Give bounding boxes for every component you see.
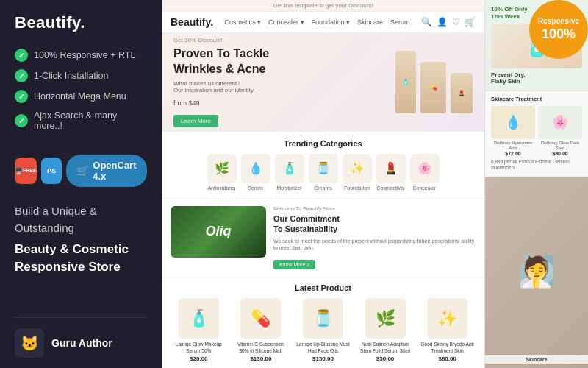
product-name-2: Vitamin C Suspension 30% in Silicone Mat… (233, 342, 290, 354)
hero-text: Get 30% Discount! Proven To TackleWrinkl… (173, 37, 395, 127)
right-skincare-label: Skincare (485, 355, 588, 364)
responsive-percent: 100% (542, 26, 576, 43)
nav-foundation[interactable]: Foundation ▾ (312, 18, 351, 26)
product-card-1[interactable]: 🧴 Lamige Glow Makeup Serum 50% $20.00 (171, 298, 227, 362)
right-product-name-1: Ordinary Hyaluronic Acid (491, 141, 535, 151)
user-icon[interactable]: 👤 (437, 17, 448, 27)
latest-title: Latest Product (171, 283, 476, 292)
products-row: 🧴 Lamige Glow Makeup Serum 50% $20.00 💊 … (171, 298, 476, 362)
product-price-1: $20.00 (190, 355, 207, 362)
check-icon-1: ✓ (15, 49, 28, 62)
product-card-3[interactable]: 🫙 Lamige Up-Blasting Must Had Face Oils … (295, 298, 351, 362)
product-img-2: 💊 (240, 298, 281, 339)
hero-products: 🧴 💊 💄 (395, 51, 473, 113)
category-label-1: Antioxidants (207, 185, 235, 191)
store-header: Beautify. Cosmetics ▾ Concealer ▾ Founda… (162, 12, 484, 33)
right-product-1[interactable]: 💧 Ordinary Hyaluronic Acid $72.00 (491, 106, 535, 156)
nav-skincare[interactable]: Skincare (357, 18, 383, 26)
product-price-4: $50.00 (376, 355, 394, 362)
product-img-3: 🫙 (303, 298, 343, 339)
nav-serum[interactable]: Serum (390, 18, 410, 26)
feature-item-1: ✓ 100% Responsive + RTL (15, 49, 147, 62)
product-price-5: $80.00 (438, 355, 456, 362)
store-type: Beauty & CosmeticResponsive Store (15, 241, 147, 276)
build-text: Build a Unique & Outstanding (15, 203, 147, 236)
cart-header-icon[interactable]: 🛒 (465, 17, 476, 27)
search-icon[interactable]: 🔍 (421, 17, 432, 27)
feature-item-2: ✓ 1-Click Installation (15, 69, 147, 82)
hero-cta-button[interactable]: Learn More (173, 115, 218, 127)
cart-icon: 🛒 (76, 165, 89, 177)
right-skincare-card: Skincare Treatment 💧 Ordinary Hyaluronic… (485, 91, 588, 177)
category-label-5: Foundation (344, 185, 370, 191)
right-product-2[interactable]: 🌸 Ordinary Glow Dark Spot $80.00 (538, 106, 582, 156)
trending-title: Trending Categories (171, 139, 476, 148)
category-thumb-7: 🌸 (410, 154, 440, 183)
sidebar-title: Beautify. (15, 13, 147, 32)
category-serum[interactable]: 💧 Serum (241, 154, 270, 191)
right-promo-sub: Prevent Dry,Flaky Skin (491, 71, 582, 85)
latest-section: Latest Product 🧴 Lamige Glow Makeup Seru… (162, 277, 484, 368)
main-content: Responsive 100% Get this template to get… (162, 0, 588, 368)
nav-cosmetics[interactable]: Cosmetics ▾ (224, 18, 261, 26)
feature-label-3: Horizontal Mega Menu (34, 91, 126, 102)
sustainability-button[interactable]: Know More > (273, 260, 315, 269)
category-foundation[interactable]: ✨ Foundation (343, 154, 372, 191)
category-thumb-1: 🌿 (207, 154, 237, 183)
sustainability-desc: We seek to meet the needs of the present… (273, 238, 476, 252)
category-cosmectival[interactable]: 💄 Cosmectival (376, 154, 406, 191)
trending-section: Trending Categories 🌿 Antioxidants 💧 Ser… (162, 131, 484, 198)
promo-bar: Get this template to get your Discount! (162, 0, 484, 12)
category-thumb-3: 🧴 (275, 154, 304, 183)
product-card-4[interactable]: 🌿 Nutri Salmon Adaptive Stem Folid Serum… (357, 298, 414, 362)
category-antioxidants[interactable]: 🌿 Antioxidants (207, 154, 237, 191)
sustainability-section: Oliq Welcome To Beautify Store Our Commi… (162, 198, 484, 277)
sustainability-tag: Welcome To Beautify Store (273, 206, 476, 211)
feature-label-4: Ajax Search & many more..! (34, 110, 147, 131)
heart-icon[interactable]: ♡ (452, 17, 460, 27)
product-name-4: Nutri Salmon Adaptive Stem Folid Serum 3… (357, 342, 414, 354)
category-label-4: Creams (314, 185, 332, 191)
right-skincare-title: Skincare Treatment (491, 96, 582, 103)
product-name-1: Lamige Glow Makeup Serum 50% (171, 342, 227, 354)
responsive-badge: Responsive 100% (529, 0, 588, 59)
hero-section: Get 30% Discount! Proven To TackleWrinkl… (162, 33, 484, 131)
badges-row: 🖥️ FREE PS 🛒 OpenCart 4.x (15, 155, 147, 187)
category-thumb-4: 🫙 (309, 154, 338, 183)
product-card-5[interactable]: ✨ Good Skinny Bryodo Anti Treatment Skin… (419, 298, 476, 362)
category-thumb-6: 💄 (376, 154, 406, 183)
feature-label-1: 100% Responsive + RTL (34, 50, 135, 60)
nav-concealer[interactable]: Concealer ▾ (268, 18, 304, 26)
guru-name: Guru Author (51, 337, 112, 349)
product-name-5: Good Skinny Bryodo Anti Treatment Skin (419, 342, 476, 354)
hero-product-3: 💄 (451, 73, 473, 113)
check-icon-4: ✓ (15, 114, 28, 127)
store-icons: 🔍 👤 ♡ 🛒 (421, 17, 476, 27)
store-preview: Get this template to get your Discount! … (162, 0, 588, 368)
right-product-price-2: $80.00 (538, 151, 582, 156)
product-img-1: 🧴 (179, 298, 219, 339)
sidebar-footer: 🐱 Guru Author (15, 317, 147, 358)
store-nav: Cosmetics ▾ Concealer ▾ Foundation ▾ Ski… (224, 18, 409, 26)
product-card-2[interactable]: 💊 Vitamin C Suspension 30% in Silicone M… (233, 298, 290, 362)
avatar: 🐱 (15, 328, 44, 358)
feature-list: ✓ 100% Responsive + RTL ✓ 1-Click Instal… (15, 49, 147, 138)
product-name-3: Lamige Up-Blasting Must Had Face Oils (295, 342, 351, 354)
right-bottom-image: 🧖 Skincare (485, 177, 588, 368)
category-concealer[interactable]: 🌸 Concealer (410, 154, 440, 191)
feature-label-2: 1-Click Installation (34, 71, 108, 81)
category-label-7: Concealer (413, 185, 437, 191)
right-product-img-2: 🌸 (538, 106, 582, 139)
promo-bar-text: Get this template to get your Discount! (273, 2, 373, 9)
sustainability-content: Welcome To Beautify Store Our Commitment… (273, 206, 476, 269)
category-creams[interactable]: 🫙 Creams (309, 154, 338, 191)
category-moisturizer[interactable]: 🧴 Moisturizer (275, 154, 304, 191)
category-label-2: Serum (248, 185, 263, 191)
right-product-price-1: $72.00 (491, 151, 535, 156)
store-left: Get this template to get your Discount! … (162, 0, 485, 368)
right-product-img-1: 💧 (491, 106, 535, 139)
brand-text: Oliq (206, 224, 232, 239)
category-thumb-5: ✨ (343, 154, 372, 183)
badge-opencart[interactable]: 🛒 OpenCart 4.x (66, 155, 147, 187)
right-products-row: 💧 Ordinary Hyaluronic Acid $72.00 🌸 Ordi… (491, 106, 582, 156)
